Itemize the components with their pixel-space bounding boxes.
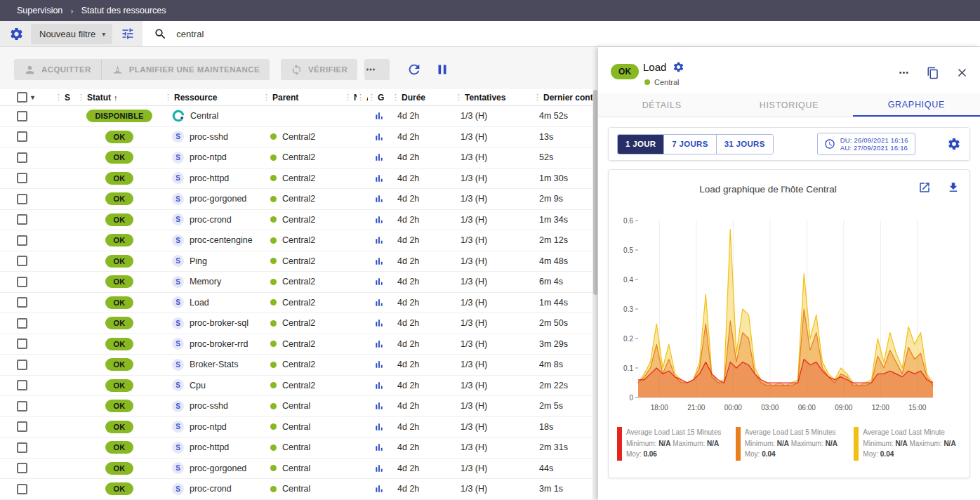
select-options-chevron-icon[interactable]: ▾ xyxy=(31,93,34,101)
graph-settings-gear-icon[interactable] xyxy=(947,137,961,151)
filters-gear-icon[interactable] xyxy=(9,27,24,41)
column-drag-icon[interactable]: ⋮ xyxy=(263,93,270,102)
bar-chart-icon[interactable] xyxy=(373,483,385,494)
date-range-picker[interactable]: DU: 26/09/2021 16:16 AU: 27/09/2021 16:1… xyxy=(817,133,915,155)
panel-more-icon[interactable] xyxy=(897,66,911,79)
column-header-graph[interactable]: ⋮G xyxy=(368,93,390,103)
row-checkbox[interactable] xyxy=(17,401,27,412)
parent-name[interactable]: Central xyxy=(282,442,310,452)
column-header-resource[interactable]: ⋮Ressource xyxy=(163,93,261,103)
table-row[interactable]: OK S proc-ntpd Central2 4d 2h 1/3 (H) 52… xyxy=(0,147,592,169)
resource-name[interactable]: Load xyxy=(190,298,209,308)
load-chart[interactable]: 18:0021:0000:0003:0006:0009:0012:0015:00… xyxy=(613,209,965,420)
tab-history[interactable]: HISTORIQUE xyxy=(725,93,852,117)
table-row[interactable]: OK S proc-centengine Central2 4d 2h 1/3 … xyxy=(0,230,592,251)
resource-name[interactable]: proc-centengine xyxy=(190,235,253,245)
bar-chart-icon[interactable] xyxy=(373,256,385,267)
scrollbar-thumb[interactable] xyxy=(593,90,597,295)
resource-name[interactable]: proc-sshd xyxy=(190,132,228,142)
resource-name[interactable]: proc-broker-rrd xyxy=(190,339,248,349)
table-row[interactable]: DISPONIBLE S Central 4d 2h 1/3 (H) 4m 52… xyxy=(0,106,592,127)
parent-name[interactable]: Central2 xyxy=(282,318,315,328)
column-header-action[interactable]: ⋮A xyxy=(357,93,368,103)
more-actions-button[interactable] xyxy=(364,59,390,80)
table-row[interactable]: OK S proc-httpd Central 4d 2h 1/3 (H) 2m… xyxy=(0,438,592,459)
chart-legend-item[interactable]: Average Load Last 5 Minutes Minimum: N/A… xyxy=(736,427,849,461)
resource-name[interactable]: proc-httpd xyxy=(190,173,229,183)
column-header-last-check[interactable]: ⋮Dernier contrôle xyxy=(532,93,592,103)
table-row[interactable]: OK S proc-sshd Central2 4d 2h 1/3 (H) 13… xyxy=(0,127,592,148)
breadcrumb-item-supervision[interactable]: Supervision xyxy=(17,6,62,15)
resource-name[interactable]: Memory xyxy=(190,277,221,287)
table-row[interactable]: OK S Ping Central2 4d 2h 1/3 (H) 4m 48s xyxy=(0,251,592,272)
tab-graph[interactable]: GRAPHIQUE xyxy=(853,93,980,117)
bar-chart-icon[interactable] xyxy=(373,317,385,329)
row-checkbox[interactable] xyxy=(17,173,27,183)
export-open-in-new-icon[interactable] xyxy=(918,181,931,194)
row-checkbox[interactable] xyxy=(17,421,27,432)
bar-chart-icon[interactable] xyxy=(373,214,385,225)
resource-name[interactable]: proc-gorgoned xyxy=(190,194,246,204)
row-checkbox[interactable] xyxy=(17,360,27,370)
bar-chart-icon[interactable] xyxy=(373,400,385,412)
parent-name[interactable]: Central2 xyxy=(282,215,315,225)
bar-chart-icon[interactable] xyxy=(373,193,385,204)
chart-legend-item[interactable]: Average Load Last 15 Minutes Minimum: N/… xyxy=(617,427,730,461)
parent-name[interactable]: Central2 xyxy=(282,298,315,308)
table-row[interactable]: OK S Memory Central2 4d 2h 1/3 (H) 6m 4s xyxy=(0,272,592,293)
column-drag-icon[interactable]: ⋮ xyxy=(344,93,352,102)
column-header-status[interactable]: ⋮Statut↑ xyxy=(76,93,163,103)
column-header-tries[interactable]: ⋮Tentatives xyxy=(453,93,532,103)
bar-chart-icon[interactable] xyxy=(373,338,385,350)
bar-chart-icon[interactable] xyxy=(373,131,385,143)
row-checkbox[interactable] xyxy=(17,277,27,287)
table-row[interactable]: OK S Broker-Stats Central2 4d 2h 1/3 (H)… xyxy=(0,355,592,376)
plan-maintenance-button[interactable]: PLANIFIER UNE MAINTENANCE xyxy=(101,59,270,80)
download-icon[interactable] xyxy=(947,181,960,194)
refresh-icon[interactable] xyxy=(406,62,422,77)
bar-chart-icon[interactable] xyxy=(373,297,385,308)
resource-name[interactable]: Broker-Stats xyxy=(190,360,238,369)
bar-chart-icon[interactable] xyxy=(373,421,385,433)
vertical-scrollbar[interactable] xyxy=(592,90,598,500)
resource-name[interactable]: proc-crond xyxy=(190,215,232,225)
filter-dropdown[interactable]: Nouveau filtre ▾ xyxy=(31,24,112,44)
parent-name[interactable]: Central2 xyxy=(282,132,315,142)
row-checkbox[interactable] xyxy=(17,256,27,266)
bar-chart-icon[interactable] xyxy=(373,442,385,453)
resource-name[interactable]: Cpu xyxy=(190,381,206,390)
resource-name[interactable]: proc-broker-sql xyxy=(190,318,249,328)
panel-copy-icon[interactable] xyxy=(927,67,939,79)
table-row[interactable]: OK S proc-broker-sql Central2 4d 2h 1/3 … xyxy=(0,313,592,334)
column-header-duration[interactable]: ⋮Durée xyxy=(390,93,453,103)
breadcrumb-item-current[interactable]: Statut des ressources xyxy=(81,6,166,15)
parent-name[interactable]: Central2 xyxy=(282,256,315,266)
resource-name[interactable]: proc-gorgoned xyxy=(190,463,246,473)
pause-autorefresh-icon[interactable] xyxy=(435,62,450,77)
row-checkbox[interactable] xyxy=(17,318,27,329)
parent-name[interactable]: Central2 xyxy=(282,173,315,183)
resource-name[interactable]: proc-sshd xyxy=(190,401,228,411)
resource-name[interactable]: Central xyxy=(190,111,218,121)
column-drag-icon[interactable]: ⋮ xyxy=(357,93,364,102)
column-drag-icon[interactable]: ⋮ xyxy=(368,93,376,102)
row-checkbox[interactable] xyxy=(17,214,27,225)
chart-legend-item[interactable]: Average Load Last Minute Minimum: N/A Ma… xyxy=(854,427,967,461)
row-checkbox[interactable] xyxy=(17,235,27,246)
bar-chart-icon[interactable] xyxy=(373,152,385,163)
row-checkbox[interactable] xyxy=(17,484,27,494)
row-checkbox[interactable] xyxy=(17,111,27,121)
resource-name[interactable]: proc-httpd xyxy=(190,442,229,452)
row-checkbox[interactable] xyxy=(17,152,27,163)
table-row[interactable]: OK S Cpu Central2 4d 2h 1/3 (H) 2m 22s xyxy=(0,376,592,397)
resource-name[interactable]: proc-ntpd xyxy=(190,422,227,432)
table-row[interactable]: OK S proc-sshd Central 4d 2h 1/3 (H) 2m … xyxy=(0,396,592,417)
column-drag-icon[interactable]: ⋮ xyxy=(164,93,172,102)
search-input[interactable] xyxy=(176,29,457,39)
table-row[interactable]: OK S proc-httpd Central2 4d 2h 1/3 (H) 1… xyxy=(0,169,592,190)
row-checkbox[interactable] xyxy=(17,194,27,204)
parent-name[interactable]: Central xyxy=(282,463,310,473)
table-row[interactable]: OK S proc-broker-rrd Central2 4d 2h 1/3 … xyxy=(0,334,592,355)
resource-name[interactable]: Ping xyxy=(190,256,207,266)
row-checkbox[interactable] xyxy=(17,463,27,473)
